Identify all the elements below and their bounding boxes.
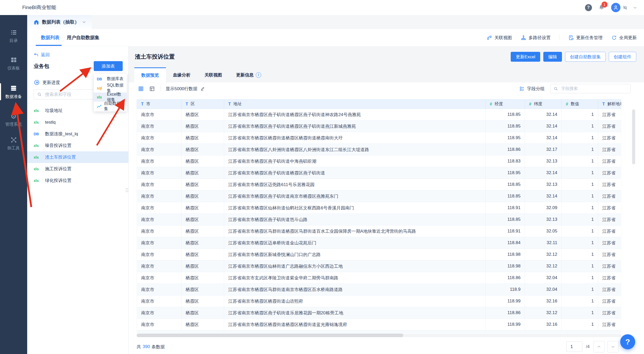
chevron-down-icon[interactable]	[633, 5, 637, 10]
table-row[interactable]: 南京市栖霞区江苏省南京市栖霞区新城香悦澜山门口的广志路118.9832.121江…	[137, 249, 621, 260]
table-cell: 118.86	[486, 144, 525, 155]
sidebar-item-4[interactable]: BI工具	[0, 137, 27, 151]
sidebar-item-0[interactable]: 目录	[0, 29, 27, 44]
table-row[interactable]: 南京市栖霞区江苏省南京市栖霞区马群街道栖霞区马群街道百水工业园保障房一期A地块靠…	[137, 225, 621, 237]
table-row[interactable]: 南京市栖霞区江苏省南京市栖霞区燕子矶街道笆斗山路118.8532.131江苏省	[137, 214, 621, 225]
column-header-1[interactable]: T 区	[181, 100, 224, 109]
global-refresh-icon	[611, 35, 617, 40]
user-name: lq	[624, 5, 627, 10]
next-page-button[interactable]	[607, 341, 619, 352]
table-list-item-5[interactable]: xls 施工投诉位置	[27, 163, 129, 175]
sidebar-item-1[interactable]: 仪表板	[0, 56, 27, 71]
table-list-item-4[interactable]: xls 渣土车投诉位置	[27, 151, 129, 163]
table-row[interactable]: 南京市栖霞区江苏省南京市栖霞区迈皋桥街道金山花苑后门118.8432.111江苏…	[137, 237, 621, 249]
main-tab-0[interactable]: 数据预览	[134, 67, 166, 82]
field-group-button[interactable]: 字段分组	[519, 86, 545, 92]
field-search-input[interactable]	[561, 86, 627, 91]
table-list-item-6[interactable]: xls 绿化投诉位置	[27, 175, 129, 186]
table-row[interactable]: 南京市栖霞区江苏省南京市栖霞区迈尧路611号乐居雅花园118.8532.131江…	[137, 179, 621, 190]
table-cell: 南京市	[137, 260, 181, 272]
workspace-selector[interactable]: 数据列表（抽取）	[27, 15, 92, 29]
info-icon[interactable]: i	[256, 72, 261, 78]
table-row[interactable]: 南京市栖霞区江苏省南京市栖霞区栖霞街道山语熙府118.9932.161江苏省	[137, 295, 621, 307]
table-list-item-3[interactable]: xls 噪音投诉位置	[27, 140, 129, 151]
chevron-up-icon	[597, 344, 601, 349]
sidebar-item-2[interactable]: 数据准备	[0, 85, 27, 100]
chevron-down-icon	[611, 344, 615, 349]
global-action-2[interactable]: 更新任务管理	[568, 35, 603, 41]
vertical-scrollbar[interactable]	[632, 109, 635, 164]
table-list-item-2[interactable]: DB 数据连接_test_lq	[27, 128, 129, 140]
table-cell: 南京市	[137, 225, 181, 237]
table-cell: 32.12	[525, 307, 562, 318]
main-tab-1[interactable]: 血缘分析	[166, 67, 197, 82]
table-list-item-label: testlq	[45, 120, 56, 125]
scrollbar-thumb[interactable]	[137, 334, 403, 337]
table-cell: 南京市	[137, 284, 181, 295]
table-cell: 32.11	[525, 237, 562, 249]
page-input[interactable]	[566, 342, 582, 352]
topbar-right: ? 1 lq	[585, 0, 637, 15]
panel-tab-1[interactable]: 用户自助数据集	[67, 29, 99, 46]
grid-view-icon[interactable]	[138, 86, 144, 92]
search-icon	[553, 86, 558, 91]
avatar[interactable]	[611, 3, 620, 12]
main-tab-3[interactable]: 更新信息i	[229, 67, 268, 82]
sidebar-item-3[interactable]: ⚙管理系统	[0, 113, 27, 127]
add-menu-item-1[interactable]: sql SQL数据集	[94, 83, 127, 93]
update-progress-link[interactable]: 更新进度	[34, 79, 60, 86]
panel-tab-0[interactable]: 数据列表	[41, 29, 60, 46]
table-row[interactable]: 南京市栖霞区江苏省南京市栖霞区仙林街道广志路融信东方小区西边工地118.9832…	[137, 260, 621, 272]
header-button-0[interactable]: 更新Excel	[511, 52, 540, 62]
panel-resize-handle[interactable]	[126, 188, 128, 192]
edit-icon[interactable]	[200, 86, 205, 91]
prev-page-button[interactable]	[593, 341, 605, 352]
column-header-4[interactable]: # 纬度	[525, 100, 562, 109]
table-row[interactable]: 南京市栖霞区江苏省南京市栖霞区马群街道南京市栖霞区百水桥南路道路118.932.…	[137, 284, 621, 295]
add-table-button[interactable]: 添加表	[94, 61, 123, 71]
relation-view-icon	[487, 35, 492, 40]
table-row[interactable]: 南京市栖霞区江苏省南京市栖霞区栖霞街道栖霞区栖霞街道栖霞南街大圩118.9532…	[137, 132, 621, 144]
add-menu-item-2[interactable]: xls Excel数据集	[94, 93, 127, 102]
horizontal-scrollbar[interactable]	[137, 334, 621, 337]
table-cell: 118.98	[486, 260, 525, 272]
header-button-1[interactable]: 编辑	[543, 52, 562, 62]
panel-view-icon[interactable]	[149, 86, 155, 92]
header-button-3[interactable]: 创建组件	[609, 52, 636, 62]
add-menu-item-3[interactable]: 自助数据集	[94, 102, 127, 111]
table-row[interactable]: 南京市栖霞区江苏省南京市栖霞区燕子矶街道栖霞区燕子矶街道118.9532.141…	[137, 167, 621, 179]
column-header-5[interactable]: # 数值	[562, 100, 598, 109]
notifications-button[interactable]: 1	[598, 4, 605, 11]
help-icon[interactable]: ?	[585, 4, 592, 11]
column-header-0[interactable]: T 市	[137, 100, 181, 109]
row-count: 共 390 条数据	[137, 344, 165, 350]
table-cell: 江苏省	[598, 214, 621, 225]
table-cell: 栖霞区	[181, 190, 224, 202]
table-row[interactable]: 南京市栖霞区江苏省南京市栖霞区燕子矶街道南京市栖霞区燕雅苑东门118.8532.…	[137, 190, 621, 202]
add-table-menu: DB 数据库表 sql SQL数据集 xls Excel数据集 自助数据集	[94, 74, 127, 111]
column-header-3[interactable]: # 经度	[486, 100, 525, 109]
table-row[interactable]: 南京市栖霞区江苏省南京市栖霞区八卦洲街道栖霞区八卦洲街道东江二组长江大堤道路11…	[137, 144, 621, 155]
column-header-label: 地址	[233, 101, 242, 107]
help-fab[interactable]: ?	[620, 334, 635, 349]
table-list-item-1[interactable]: xls testlq	[27, 116, 129, 128]
header-button-2[interactable]: 创建自助数据集	[565, 52, 606, 62]
table-row[interactable]: 南京市栖霞区江苏省南京市栖霞区燕子矶街道栖霞区燕子矶街道神农路24号燕雅苑118…	[137, 109, 621, 121]
back-link[interactable]: 返回	[34, 52, 50, 58]
add-menu-item-0[interactable]: DB 数据库表	[94, 74, 127, 83]
table-row[interactable]: 南京市栖霞区江苏省南京市栖霞区燕子矶街道乐居雅花园一期20栋旁工地118.863…	[137, 307, 621, 319]
main-tab-2[interactable]: 关联视图	[197, 67, 229, 82]
table-row[interactable]: 南京市栖霞区江苏省南京市栖霞区燕子矶街道中海燕矶听潮118.8332.131江苏…	[137, 155, 621, 167]
table-row[interactable]: 南京市栖霞区江苏省南京市栖霞区栖霞街道栖霞区栖霞街道蓝光雍锦逸境府118.993…	[137, 319, 621, 330]
column-header-label: 数值	[571, 101, 579, 107]
table-row[interactable]: 南京市栖霞区江苏省南京市玄武区孝陵卫街道紫金华府二期旁马群南路118.8632.…	[137, 272, 621, 284]
global-action-3[interactable]: 全局更新	[611, 35, 637, 41]
table-cell: 南京市	[137, 272, 181, 284]
global-action-1[interactable]: 多路径设置	[521, 35, 551, 41]
table-row[interactable]: 南京市栖霞区江苏省南京市栖霞区仙林街道仙鹤社区文枢西路6号香溪月园南门118.9…	[137, 202, 621, 214]
column-header-6[interactable]: T 解析地址	[598, 100, 621, 109]
column-header-2[interactable]: T 地址	[224, 100, 486, 109]
global-action-0[interactable]: 关联视图	[487, 35, 512, 41]
field-search[interactable]	[550, 84, 631, 93]
table-row[interactable]: 南京市栖霞区江苏省南京市栖霞区燕子矶街道栖霞区燕子矶街道燕江新城燕雅苑118.8…	[137, 121, 621, 132]
